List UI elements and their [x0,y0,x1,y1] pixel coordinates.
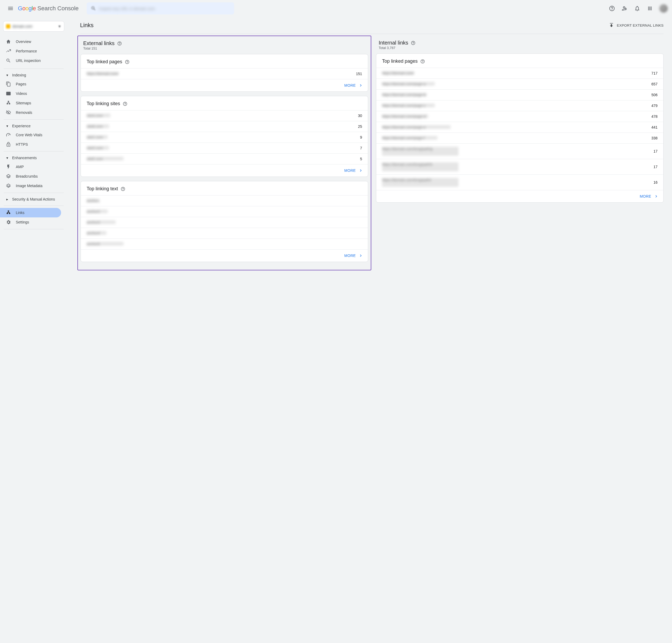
nav-label: Settings [16,220,29,224]
nav-breadcrumbs[interactable]: Breadcrumbs [0,172,61,181]
visibility-off-icon [6,110,11,115]
search-icon [91,6,96,11]
help-icon[interactable] [121,186,125,191]
table-row[interactable]: https://domain.com/page-e441 [376,122,663,133]
nav-label: Links [16,210,24,215]
nav-group-indexing[interactable]: ▾ Indexing [0,71,67,79]
table-row[interactable]: https://domain.com/page-b506 [376,89,663,100]
count-cell: 717 [642,68,663,79]
text-cell: anchor1 [87,199,99,202]
nav-label: Sitemaps [16,101,31,105]
apps-grid-icon [647,6,652,11]
property-selector[interactable]: domain.com ▼ [3,21,64,32]
bell-icon [634,5,640,12]
table-row[interactable]: https://domain.com/page-c479 [376,100,663,111]
table-row[interactable]: siteC.com9 [81,132,368,143]
chevron-right-icon [358,253,363,258]
home-icon [6,39,11,44]
url-inspect-search[interactable]: Inspect any URL in domain.com [87,2,234,14]
nav-videos[interactable]: Videos [0,89,61,98]
count-cell: 9 [347,132,368,143]
table-row[interactable]: siteB.com25 [81,121,368,132]
help-icon[interactable] [420,59,425,64]
nav-settings[interactable]: Settings [0,217,61,227]
count-cell: 506 [642,89,663,100]
link-icon [6,210,11,215]
table-row[interactable]: siteD.com7 [81,143,368,154]
url-cell: https://domain.com/page-f [382,136,437,139]
help-icon[interactable] [125,60,129,64]
site-cell: siteC.com [87,135,108,139]
table-row[interactable]: https://domain.com/long/path/g17 [376,144,663,159]
apps-button[interactable] [645,3,655,14]
more-button[interactable]: MORE [81,249,368,262]
nav-url-inspection[interactable]: URL inspection [0,56,61,65]
nav-pages[interactable]: Pages [0,79,61,89]
caret-right-icon: ▸ [5,197,10,201]
video-icon [6,91,11,96]
table-row[interactable]: https://domain.com/ 151 [81,69,368,79]
help-button[interactable] [607,3,617,14]
nav-links[interactable]: Links [0,208,61,217]
nav-removals[interactable]: Removals [0,108,61,117]
table-row[interactable]: anchor4 [81,228,368,239]
table: siteA.com30siteB.com25siteC.com9siteD.co… [81,110,368,164]
table-row[interactable]: anchor3 [81,217,368,228]
site-cell: siteE.com [87,157,124,160]
card-title: Top linked pages [382,59,418,64]
user-settings-button[interactable] [619,3,630,14]
table-row[interactable]: siteE.com5 [81,154,368,165]
count-cell: 478 [642,111,663,122]
main-content: Links EXPORT EXTERNAL LINKS External lin… [67,17,672,286]
table-row[interactable]: https://domain.com/page-f338 [376,133,663,144]
export-label: EXPORT EXTERNAL LINKS [617,23,663,27]
internal-links-total: Total 3,787 [376,46,663,53]
nav-label: Overview [16,39,31,44]
help-icon[interactable] [411,40,415,45]
nav-group-enhancements[interactable]: ▾ Enhancements [0,154,67,162]
nav-image-metadata[interactable]: Image Metadata [0,181,61,191]
table: https://domain.com/717https://domain.com… [376,68,663,190]
table-row[interactable]: anchor2 [81,206,368,217]
notifications-button[interactable] [632,3,643,14]
person-gear-icon [621,5,628,12]
account-avatar[interactable] [659,4,668,13]
nav-label: Videos [16,92,27,96]
more-button[interactable]: MORE [81,79,368,92]
nav-group-security[interactable]: ▸ Security & Manual Actions [0,195,67,204]
external-links-title: External links [83,40,114,46]
nav-core-web-vitals[interactable]: Core Web Vitals [0,130,61,139]
chevron-right-icon [358,83,363,88]
nav-overview[interactable]: Overview [0,37,61,46]
card-title: Top linking sites [87,101,120,107]
hamburger-menu-button[interactable] [4,2,17,15]
help-icon[interactable] [123,101,127,106]
table-row[interactable]: https://domain.com/717 [376,68,663,79]
product-logo[interactable]: Google Search Console [18,5,79,12]
table-row[interactable]: https://domain.com/page-a657 [376,79,663,89]
layers-icon [6,183,11,189]
nav-https[interactable]: HTTPS [0,139,61,149]
table-row[interactable]: siteA.com30 [81,110,368,121]
more-button[interactable]: MORE [81,164,368,177]
caret-down-icon: ▾ [5,124,10,128]
nav-amp[interactable]: AMP [0,162,61,172]
nav-group-experience[interactable]: ▾ Experience [0,122,67,130]
table-row[interactable]: anchor1 [81,195,368,206]
url-cell: https://domain.com/page-d [382,114,428,118]
layers-icon [6,174,11,179]
count-cell: 441 [642,122,663,133]
pages-icon [6,82,11,87]
nav-sitemaps[interactable]: Sitemaps [0,98,61,108]
url-cell: https://domain.com/page-b [382,93,427,96]
table-row[interactable]: anchor5 [81,239,368,250]
table-row[interactable]: https://domain.com/page-d478 [376,111,663,122]
table-row[interactable]: https://domain.com/long/path/i16 [376,175,663,190]
nav-performance[interactable]: Performance [0,46,61,56]
table-row[interactable]: https://domain.com/long/path/h17 [376,159,663,175]
more-button[interactable]: MORE [376,190,663,202]
export-external-links-button[interactable]: EXPORT EXTERNAL LINKS [609,23,663,28]
help-icon[interactable] [117,41,122,46]
caret-down-icon: ▾ [5,73,10,77]
app-header: Google Search Console Inspect any URL in… [0,0,672,17]
